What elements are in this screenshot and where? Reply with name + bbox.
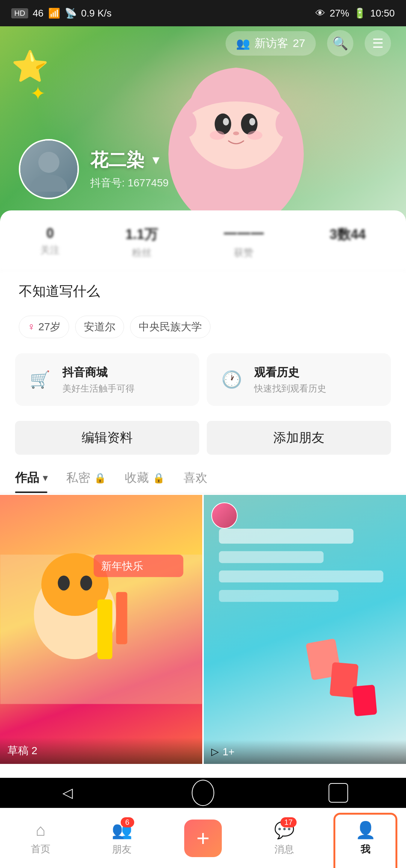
svg-point-9	[178, 111, 197, 137]
tag-age[interactable]: ♀ 27岁	[19, 316, 69, 338]
tag-location[interactable]: 安道尔	[75, 316, 124, 338]
stat-other[interactable]: 3数44	[330, 225, 366, 259]
add-button[interactable]: +	[184, 820, 222, 857]
gender-icon: ♀	[27, 321, 35, 333]
svg-point-6	[233, 132, 239, 135]
svg-rect-25	[219, 590, 338, 602]
eye-icon: 👁	[315, 8, 325, 19]
friends-icon: 👥 6	[112, 820, 132, 840]
svg-point-7	[210, 131, 225, 140]
star-decoration-2: ✦	[30, 83, 46, 104]
history-card[interactable]: 🕐 观看历史 快速找到观看历史	[207, 353, 391, 406]
add-friend-button[interactable]: 添加朋友	[207, 421, 391, 455]
tags-row: ♀ 27岁 安道尔 中央民族大学	[0, 308, 406, 346]
profile-hero: ⭐ ✦ 👥	[0, 26, 406, 222]
recents-square	[329, 783, 348, 803]
tab-private-label: 私密	[66, 470, 90, 486]
edit-profile-button[interactable]: 编辑资料	[15, 421, 199, 455]
messages-badge: 17	[280, 817, 296, 827]
search-button[interactable]: 🔍	[327, 30, 353, 56]
friends-badge: 6	[121, 817, 134, 827]
tag-school-label: 中央民族大学	[139, 320, 202, 334]
history-title: 观看历史	[254, 365, 326, 380]
fans-label: 粉丝	[132, 246, 151, 259]
username-area: 花二染 ▼ 抖音号: 1677459	[90, 148, 169, 190]
home-button[interactable]	[192, 782, 214, 804]
recents-button[interactable]	[327, 782, 350, 804]
svg-point-10	[276, 111, 294, 137]
messages-label: 消息	[274, 843, 294, 856]
svg-rect-24	[219, 570, 383, 582]
character-illustration	[153, 49, 319, 214]
battery-icon: 🔋	[354, 8, 366, 19]
draft-overlay: 草稿 2	[0, 738, 202, 764]
hero-topbar: 👥 新访客 27 🔍 ☰	[0, 26, 406, 60]
service-cards: 🛒 抖音商城 美好生活触手可得 🕐 观看历史 快速找到观看历史	[0, 346, 406, 413]
tab-favorites-label: 收藏	[125, 470, 149, 486]
menu-button[interactable]: ☰	[365, 30, 391, 56]
likes-count: 一一一	[223, 225, 264, 244]
shop-card[interactable]: 🛒 抖音商城 美好生活触手可得	[15, 353, 199, 406]
tab-favorites[interactable]: 收藏 🔒	[125, 470, 165, 493]
shop-info: 抖音商城 美好生活触手可得	[62, 365, 135, 395]
tab-likes[interactable]: 喜欢	[183, 470, 208, 493]
stat-fans[interactable]: 1.1万 粉丝	[126, 225, 158, 259]
svg-rect-23	[219, 551, 323, 563]
svg-rect-18	[97, 599, 112, 659]
nav-me[interactable]: 👤 我	[339, 820, 392, 856]
other-count: 3数44	[330, 225, 366, 244]
visitors-icon: 👥	[236, 37, 250, 50]
battery-percent: 27%	[330, 8, 349, 19]
tab-arrow-icon: ▾	[43, 473, 47, 483]
avatar[interactable]	[19, 139, 79, 199]
tag-school[interactable]: 中央民族大学	[130, 316, 211, 338]
video-thumb-published[interactable]: ▷ 1+	[204, 495, 406, 764]
profile-identity: 花二染 ▼ 抖音号: 1677459	[19, 139, 169, 199]
messages-icon: 💬 17	[274, 820, 295, 840]
nav-home[interactable]: ⌂ 首页	[14, 821, 67, 856]
tab-private[interactable]: 私密 🔒	[66, 470, 106, 493]
likes-label: 获赞	[234, 246, 253, 259]
svg-point-4	[223, 118, 229, 126]
dropdown-arrow-icon[interactable]: ▼	[150, 153, 162, 167]
svg-text:新年快乐: 新年快乐	[101, 560, 143, 572]
svg-rect-19	[116, 592, 127, 644]
video-thumb-draft[interactable]: 新年快乐 草稿 2	[0, 495, 202, 764]
home-circle	[192, 780, 214, 806]
history-desc: 快速找到观看历史	[254, 383, 326, 395]
new-visitors-button[interactable]: 👥 新访客 27	[226, 31, 316, 56]
phone-navigation-bar: ◁	[0, 778, 406, 808]
signal-icon: 📶	[48, 8, 60, 19]
following-label: 关注	[40, 243, 60, 257]
avatar-placeholder	[20, 141, 77, 198]
lock-icon-favorites: 🔒	[153, 472, 165, 484]
nav-messages[interactable]: 💬 17 消息	[258, 820, 311, 856]
speed-text: 0.9 K/s	[81, 8, 112, 19]
username: 花二染	[90, 148, 144, 172]
clock: 10:50	[370, 8, 395, 19]
home-icon: ⌂	[36, 821, 46, 839]
shop-title: 抖音商城	[62, 365, 135, 380]
tab-likes-label: 喜欢	[183, 470, 208, 486]
search-icon: 🔍	[332, 36, 348, 51]
svg-point-11	[38, 152, 59, 173]
content-area: 0 关注 1.1万 粉丝 一一一 获赞 3数44 不知道写什么 ♀ 27岁 安道…	[0, 210, 406, 826]
draft-badge: 草稿 2	[8, 744, 37, 758]
following-count: 0	[46, 225, 54, 241]
published-overlay: ▷ 1+	[204, 740, 406, 764]
play-count: 1+	[223, 746, 235, 758]
user-id: 抖音号: 1677459	[90, 176, 169, 190]
tab-works[interactable]: 作品 ▾	[15, 470, 47, 493]
nav-friends[interactable]: 👥 6 朋友	[95, 820, 148, 856]
active-highlight	[333, 813, 397, 868]
nav-add[interactable]: +	[177, 820, 229, 857]
play-icon: ▷	[211, 746, 219, 758]
tab-works-label: 作品	[15, 470, 39, 486]
stat-following[interactable]: 0 关注	[40, 225, 60, 259]
shop-desc: 美好生活触手可得	[62, 383, 135, 395]
back-button[interactable]: ◁	[56, 782, 79, 804]
hd-badge: HD	[11, 8, 28, 18]
video-thumb-2-bg	[204, 495, 406, 764]
bio-text: 不知道写什么	[19, 282, 387, 301]
stat-likes-received[interactable]: 一一一 获赞	[223, 225, 264, 259]
